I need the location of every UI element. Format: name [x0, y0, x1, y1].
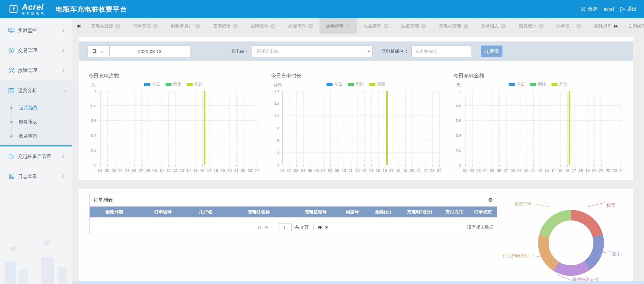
- tab-订单管理[interactable]: 订单管理×: [127, 18, 164, 34]
- date-input[interactable]: [109, 46, 190, 57]
- close-operations-menu[interactable]: 关闭操作: [628, 23, 644, 29]
- legend-swatch: [348, 83, 354, 86]
- tab-close-icon[interactable]: ×: [115, 24, 120, 29]
- x-tick-label: 13: [180, 168, 184, 173]
- tab-bar: 充电站监控×订单管理×射频卡用户×充值记录×故障记录×故障代码×运营趋势×收益查…: [72, 18, 644, 34]
- sidebar-subitem-revenue-query[interactable]: 收益查询: [0, 129, 72, 143]
- chevron-left-icon: [62, 29, 66, 32]
- sidebar-subitem-operation-trend[interactable]: 运营趋势: [0, 101, 72, 115]
- legend-item-同比[interactable]: 同比: [165, 82, 181, 87]
- table-settings-icon[interactable]: ⚙: [489, 197, 493, 203]
- x-tick-label: 02: [287, 168, 292, 173]
- sidebar-item-pile-assets[interactable]: 充电桩资产管理: [0, 146, 72, 166]
- tab-label: 充电站监控: [91, 23, 113, 29]
- chart-title: 今日充电次数: [89, 73, 119, 79]
- y-tick-label: 0.4: [456, 134, 461, 138]
- legend-item-今日[interactable]: 今日: [326, 82, 342, 87]
- tab-close-icon[interactable]: ×: [463, 24, 468, 29]
- legend-item-同比[interactable]: 同比: [530, 82, 546, 87]
- tab-close-icon[interactable]: ×: [233, 24, 238, 29]
- current-hour-marker: [386, 91, 388, 165]
- tab-close-icon[interactable]: ×: [308, 24, 313, 29]
- sidebar-item-realtime-monitor[interactable]: 实时监控: [0, 20, 72, 40]
- pile-number-input[interactable]: [411, 46, 471, 57]
- y-tick-label: 18: [275, 89, 279, 93]
- legend-item-今日[interactable]: 今日: [144, 82, 160, 87]
- tab-close-icon[interactable]: ×: [153, 24, 158, 29]
- x-tick-label: 03: [112, 168, 116, 173]
- tab-close-icon[interactable]: ×: [195, 24, 200, 29]
- username[interactable]: acrel: [604, 6, 614, 12]
- tab-射频卡用户[interactable]: 射频卡用户×: [164, 18, 206, 34]
- column-header-6: 回路号: [338, 209, 367, 215]
- top-header-bar: Acrel 安科瑞电气 电瓶车充电桩收费平台 全屏 acrel 退出: [0, 0, 644, 18]
- x-tick-label: 23: [430, 168, 435, 173]
- tab-运营趋势[interactable]: 运营趋势×: [319, 18, 357, 34]
- pie-slice-label: 刷卡: [612, 251, 621, 258]
- station-select[interactable]: 选择充电站: [252, 46, 373, 57]
- x-tick-label: 19: [403, 168, 407, 173]
- brand-name: Acrel: [22, 3, 45, 11]
- divider: [273, 225, 273, 230]
- x-tick-label: 17: [389, 168, 394, 173]
- bullet-icon: [10, 107, 13, 109]
- first-page-button[interactable]: [258, 226, 261, 229]
- legend-item-环比[interactable]: 环比: [552, 82, 568, 87]
- tab-充电桩管理[interactable]: 充电桩管理×: [433, 18, 475, 34]
- x-tick-label: 17: [572, 168, 576, 173]
- bullet-icon: [10, 135, 13, 138]
- x-tick-label: 04: [483, 168, 487, 173]
- search-button[interactable]: 搜索: [481, 46, 502, 57]
- y-tick-label: 0.2: [91, 148, 96, 152]
- bottom-scroll-strip[interactable]: [72, 281, 644, 284]
- period-select[interactable]: 日: [87, 46, 110, 57]
- tab-close-icon[interactable]: ×: [539, 24, 544, 29]
- legend-item-环比[interactable]: 环比: [369, 82, 385, 87]
- x-tick-label: 20: [227, 168, 232, 173]
- x-tick-label: 05: [490, 168, 494, 173]
- tab-充电站监控[interactable]: 充电站监控×: [85, 18, 127, 34]
- tab-close-icon[interactable]: ×: [576, 24, 581, 29]
- tab-故障记录[interactable]: 故障记录×: [244, 18, 282, 34]
- tab-故障代码[interactable]: 故障代码×: [282, 18, 319, 34]
- tab-充值记录[interactable]: 充值记录×: [206, 18, 244, 34]
- fullscreen-button[interactable]: 全屏: [581, 6, 597, 12]
- sidebar-item-operation-analysis[interactable]: 运营分析: [0, 81, 72, 101]
- tools-icon: [8, 67, 15, 74]
- legend-item-环比[interactable]: 环比: [187, 82, 203, 87]
- tab-list: 充电站监控×订单管理×射频卡用户×充值记录×故障记录×故障代码×运营趋势×收益查…: [85, 18, 610, 34]
- tab-图表统计[interactable]: 图表统计×: [512, 18, 550, 34]
- tab-访问日志[interactable]: 访问日志×: [550, 18, 588, 34]
- tab-close-icon[interactable]: ×: [271, 24, 275, 29]
- x-tick-label: 04: [118, 168, 123, 173]
- sidebar-item-fault-mgmt[interactable]: 故障管理: [0, 60, 72, 81]
- x-tick-label: 16: [565, 168, 569, 173]
- next-page-button[interactable]: [318, 226, 322, 229]
- sidebar-item-log-view[interactable]: 日志查看: [0, 166, 72, 187]
- legend-item-今日[interactable]: 今日: [509, 82, 525, 87]
- last-page-button[interactable]: [326, 226, 328, 229]
- chevron-left-icon: [62, 175, 66, 178]
- search-label: 搜索: [490, 48, 499, 54]
- page-title: 电瓶车充电桩收费平台: [56, 5, 127, 14]
- x-tick-label: 06: [132, 168, 136, 173]
- tab-站点管理[interactable]: 站点管理×: [395, 18, 433, 34]
- sidebar-item-transaction-mgmt[interactable]: 交易管理: [0, 40, 72, 60]
- tab-收益查询[interactable]: 收益查询×: [357, 18, 395, 34]
- tab-close-icon[interactable]: ×: [384, 24, 388, 29]
- tab-close-icon[interactable]: ×: [501, 24, 506, 29]
- page-number-input[interactable]: [278, 224, 292, 231]
- tab-close-icon[interactable]: ×: [346, 24, 351, 29]
- tab-登录日志[interactable]: 登录日志×: [475, 18, 512, 34]
- dropdown-button[interactable]: [365, 46, 372, 57]
- logout-button[interactable]: 退出: [620, 6, 637, 12]
- prev-page-button[interactable]: [264, 226, 268, 229]
- sidebar-subitem-energy-report[interactable]: 能耗报表: [0, 115, 72, 129]
- tab-能耗报表[interactable]: 能耗报表×: [588, 18, 610, 34]
- double-chevron-right-icon[interactable]: [614, 24, 618, 28]
- pile-number-label: 充电桩编号：: [381, 48, 409, 54]
- calendar-icon: [8, 87, 15, 94]
- legend-item-同比[interactable]: 同比: [348, 82, 364, 87]
- tab-close-icon[interactable]: ×: [421, 24, 426, 29]
- tab-scroll-left-button[interactable]: [72, 18, 85, 34]
